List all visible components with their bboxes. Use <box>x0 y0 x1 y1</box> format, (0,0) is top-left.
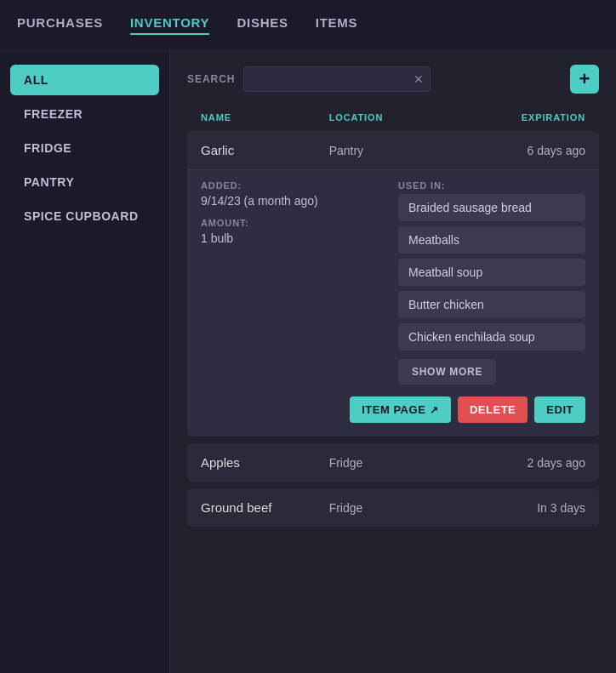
row-main-garlic[interactable]: Garlic Pantry 6 days ago <box>187 131 599 169</box>
sidebar-item-all[interactable]: ALL <box>10 65 159 95</box>
header-location: LOCATION <box>329 112 458 123</box>
ground-beef-name: Ground beef <box>201 500 329 515</box>
main-layout: ALL FREEZER FRIDGE PANTRY SPICE CUPBOARD… <box>0 51 616 673</box>
used-in-label: USED IN: <box>398 180 585 191</box>
used-in-item-0[interactable]: Braided sausage bread <box>398 194 585 221</box>
apples-location: Fridge <box>329 456 458 470</box>
search-input-wrapper: ✕ <box>243 66 431 92</box>
used-in-item-1[interactable]: Meatballs <box>398 226 585 254</box>
apples-expiration: 2 days ago <box>457 456 585 470</box>
apples-name: Apples <box>201 455 329 470</box>
sidebar-item-freezer[interactable]: FREEZER <box>10 99 159 129</box>
garlic-meta: ADDED: 9/14/23 (a month ago) AMOUNT: 1 b… <box>201 180 388 396</box>
used-in-item-4[interactable]: Chicken enchilada soup <box>398 323 585 351</box>
used-in-list: Braided sausage bread Meatballs Meatball… <box>398 194 585 351</box>
amount-label: AMOUNT: <box>201 218 388 228</box>
nav-dishes[interactable]: DISHES <box>237 15 288 35</box>
search-label: SEARCH <box>187 73 235 85</box>
nav-items[interactable]: ITEMS <box>316 15 358 35</box>
add-button[interactable]: + <box>570 65 599 94</box>
garlic-expanded: ADDED: 9/14/23 (a month ago) AMOUNT: 1 b… <box>187 169 599 436</box>
added-label: ADDED: <box>201 180 388 191</box>
sidebar-item-spice-cupboard[interactable]: SPICE CUPBOARD <box>10 201 159 231</box>
inventory-row-ground-beef: Ground beef Fridge In 3 days <box>187 488 599 527</box>
garlic-location: Pantry <box>329 144 458 157</box>
external-link-icon: ↗ <box>430 404 439 416</box>
edit-button[interactable]: EDIT <box>534 396 585 423</box>
amount-value: 1 bulb <box>201 231 388 245</box>
nav-purchases[interactable]: PURCHASES <box>17 15 103 35</box>
inventory-row-apples: Apples Fridge 2 days ago <box>187 443 599 482</box>
garlic-expiration: 6 days ago <box>457 144 585 157</box>
search-clear-icon[interactable]: ✕ <box>414 72 424 86</box>
sidebar: ALL FREEZER FRIDGE PANTRY SPICE CUPBOARD <box>0 51 170 673</box>
search-row: SEARCH ✕ + <box>187 65 599 94</box>
row-main-ground-beef[interactable]: Ground beef Fridge In 3 days <box>187 488 599 527</box>
added-value: 9/14/23 (a month ago) <box>201 194 388 208</box>
ground-beef-expiration: In 3 days <box>457 501 585 515</box>
used-in-item-2[interactable]: Meatball soup <box>398 259 585 286</box>
sidebar-item-pantry[interactable]: PANTRY <box>10 167 159 197</box>
show-more-button[interactable]: SHOW MORE <box>398 359 496 385</box>
top-navigation: PURCHASES INVENTORY DISHES ITEMS <box>0 0 616 51</box>
garlic-name: Garlic <box>201 143 329 157</box>
nav-inventory[interactable]: INVENTORY <box>130 15 209 35</box>
header-name: NAME <box>201 112 329 123</box>
delete-button[interactable]: DELETE <box>458 396 528 423</box>
row-main-apples[interactable]: Apples Fridge 2 days ago <box>187 443 599 482</box>
garlic-action-buttons: ITEM PAGE ↗ DELETE EDIT <box>201 396 585 423</box>
item-page-label: ITEM PAGE <box>362 403 425 416</box>
garlic-used-in: USED IN: Braided sausage bread Meatballs… <box>398 180 585 396</box>
used-in-item-3[interactable]: Butter chicken <box>398 291 585 318</box>
item-page-button[interactable]: ITEM PAGE ↗ <box>350 396 451 423</box>
search-input[interactable] <box>243 66 431 92</box>
content-area: SEARCH ✕ + NAME LOCATION EXPIRATION Garl… <box>170 51 616 673</box>
inventory-row-garlic: Garlic Pantry 6 days ago ADDED: 9/14/23 … <box>187 131 599 436</box>
garlic-expanded-grid: ADDED: 9/14/23 (a month ago) AMOUNT: 1 b… <box>201 180 585 396</box>
sidebar-item-fridge[interactable]: FRIDGE <box>10 133 159 163</box>
header-expiration: EXPIRATION <box>457 112 585 123</box>
ground-beef-location: Fridge <box>329 501 458 515</box>
table-header: NAME LOCATION EXPIRATION <box>187 107 599 128</box>
